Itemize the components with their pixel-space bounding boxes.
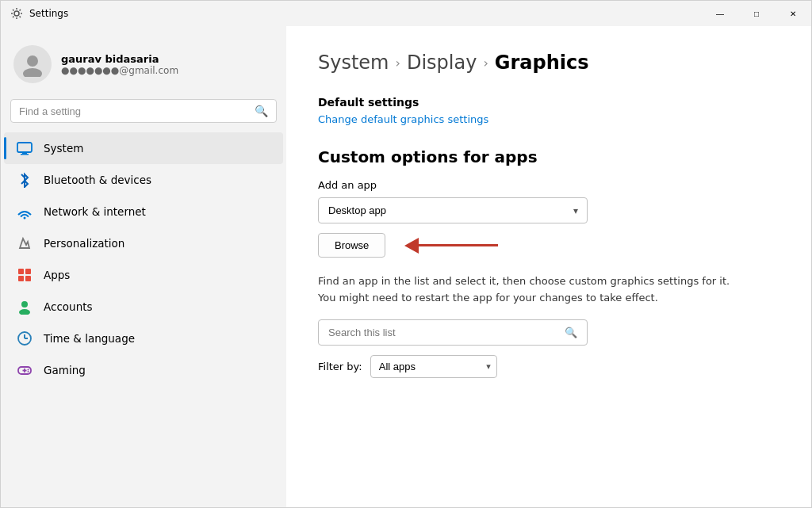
arrow-head-icon	[404, 238, 419, 254]
filter-label: Filter by:	[318, 361, 362, 372]
svg-rect-10	[25, 269, 31, 274]
svg-point-0	[14, 11, 19, 16]
apps-icon	[17, 267, 33, 283]
window-controls: — □ ✕	[702, 1, 811, 26]
search-icon: 🔍	[255, 105, 268, 117]
breadcrumb: System › Display › Graphics	[318, 52, 779, 74]
personalization-icon	[17, 235, 33, 251]
svg-point-21	[28, 369, 29, 371]
main-content: System › Display › Graphics Default sett…	[286, 26, 811, 507]
system-icon	[17, 140, 33, 156]
gaming-icon	[17, 362, 33, 378]
custom-section-title: Custom options for apps	[318, 147, 779, 166]
window-title: Settings	[29, 8, 68, 19]
svg-point-2	[23, 68, 42, 77]
default-settings-title: Default settings	[318, 96, 779, 109]
svg-point-1	[27, 55, 38, 67]
user-info: gaurav bidasaria ●●●●●●●@gmail.com	[61, 53, 178, 76]
svg-point-14	[19, 309, 30, 315]
app-type-dropdown-container: Desktop app Microsoft Store app ▾	[318, 197, 588, 223]
svg-point-13	[21, 301, 28, 307]
breadcrumb-sep-2: ›	[483, 55, 488, 71]
browse-button[interactable]: Browse	[318, 233, 385, 258]
bluetooth-icon	[17, 172, 33, 188]
search-input[interactable]	[19, 105, 248, 117]
search-list-box[interactable]: 🔍	[318, 319, 588, 346]
sidebar-label-system: System	[44, 142, 83, 155]
sidebar-label-apps: Apps	[44, 269, 70, 281]
sidebar-item-gaming[interactable]: Gaming	[4, 354, 283, 386]
user-name: gaurav bidasaria	[61, 53, 178, 65]
sidebar-item-system[interactable]: System	[4, 132, 283, 164]
sidebar-item-apps[interactable]: Apps	[4, 259, 283, 291]
breadcrumb-system: System	[318, 52, 389, 74]
title-bar-left: Settings	[10, 7, 68, 20]
arrow-indicator	[404, 238, 498, 254]
maximize-button[interactable]: □	[738, 1, 775, 26]
sidebar-item-personalization[interactable]: Personalization	[4, 227, 283, 259]
sidebar-label-network: Network & internet	[44, 205, 146, 218]
time-icon	[17, 330, 33, 346]
sidebar-item-bluetooth[interactable]: Bluetooth & devices	[4, 164, 283, 196]
svg-point-22	[28, 371, 29, 372]
sidebar-label-gaming: Gaming	[44, 364, 86, 376]
add-app-label: Add an app	[318, 179, 779, 191]
content-area: gaurav bidasaria ●●●●●●●@gmail.com 🔍 Sys…	[1, 26, 811, 507]
sidebar-item-accounts[interactable]: Accounts	[4, 291, 283, 323]
sidebar-label-time: Time & language	[44, 332, 135, 345]
svg-rect-11	[18, 276, 24, 281]
app-type-dropdown[interactable]: Desktop app Microsoft Store app	[318, 197, 588, 223]
svg-point-8	[24, 217, 26, 220]
svg-rect-9	[18, 269, 24, 274]
search-box[interactable]: 🔍	[10, 99, 277, 123]
breadcrumb-current: Graphics	[495, 52, 589, 74]
svg-rect-5	[21, 154, 29, 155]
sidebar: gaurav bidasaria ●●●●●●●@gmail.com 🔍 Sys…	[1, 26, 286, 507]
sidebar-item-time[interactable]: Time & language	[4, 323, 283, 354]
settings-icon	[10, 7, 23, 20]
filter-dropdown[interactable]: All apps Microsoft Store apps Desktop ap…	[370, 355, 497, 378]
search-list-icon: 🔍	[565, 327, 577, 338]
filter-dropdown-container: All apps Microsoft Store apps Desktop ap…	[370, 355, 497, 378]
sidebar-item-network[interactable]: Network & internet	[4, 196, 283, 227]
filter-row: Filter by: All apps Microsoft Store apps…	[318, 355, 779, 378]
breadcrumb-display: Display	[407, 52, 477, 74]
arrow-line	[419, 244, 498, 246]
breadcrumb-sep-1: ›	[396, 55, 400, 71]
sidebar-label-bluetooth: Bluetooth & devices	[44, 174, 151, 186]
close-button[interactable]: ✕	[775, 1, 811, 26]
user-email: ●●●●●●●@gmail.com	[61, 65, 178, 76]
avatar	[13, 45, 52, 83]
sidebar-label-accounts: Accounts	[44, 300, 93, 313]
accounts-icon	[17, 299, 33, 315]
browse-row: Browse	[318, 233, 779, 258]
svg-rect-12	[25, 276, 31, 281]
default-settings-link[interactable]: Change default graphics settings	[318, 113, 779, 125]
svg-rect-3	[17, 143, 32, 152]
minimize-button[interactable]: —	[702, 1, 738, 26]
svg-rect-4	[22, 152, 27, 154]
user-profile: gaurav bidasaria ●●●●●●●@gmail.com	[1, 32, 286, 99]
network-icon	[17, 204, 33, 220]
title-bar: Settings — □ ✕	[1, 1, 811, 26]
sidebar-label-personalization: Personalization	[44, 237, 124, 250]
description-text: Find an app in the list and select it, t…	[318, 273, 730, 307]
avatar-icon	[20, 52, 45, 77]
search-list-input[interactable]	[328, 327, 558, 338]
settings-window: Settings — □ ✕ gaurav bidasaria ●●●●●●●@…	[0, 0, 812, 508]
